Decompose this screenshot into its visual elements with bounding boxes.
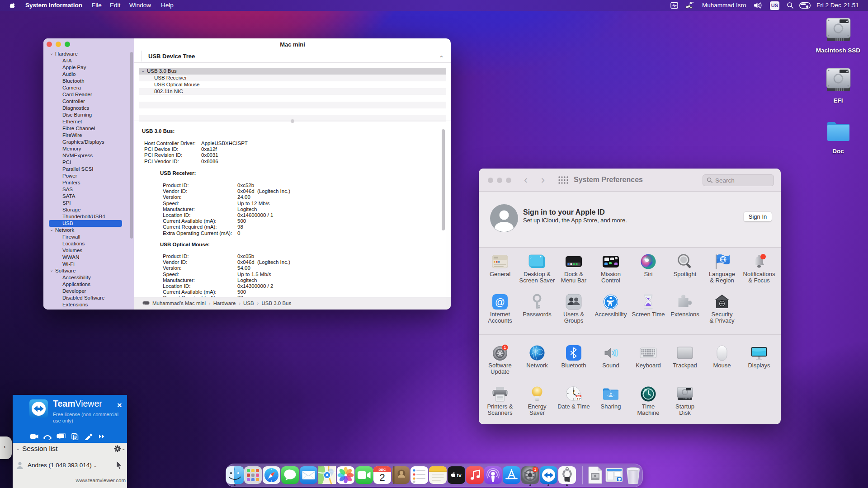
svg-text:@: @ [495, 296, 505, 308]
svg-text:17: 17 [577, 397, 581, 401]
svg-text:1: 1 [504, 345, 506, 350]
svg-text:DEC: DEC [379, 468, 386, 472]
svg-text:1: 1 [534, 467, 536, 472]
svg-text:tv: tv [457, 473, 462, 478]
svg-text:2: 2 [380, 472, 385, 483]
